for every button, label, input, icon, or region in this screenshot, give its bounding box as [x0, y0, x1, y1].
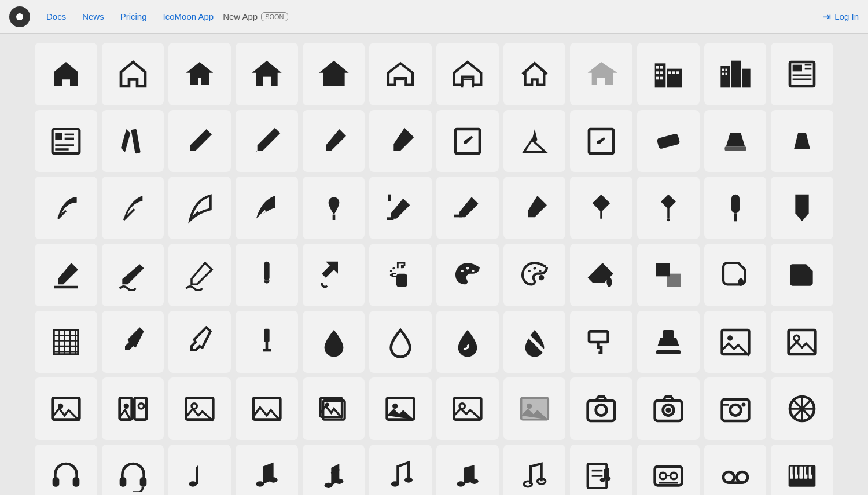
icon-pencil-1[interactable] — [168, 110, 231, 173]
icon-palette-2[interactable] — [503, 244, 566, 306]
icon-marker-1[interactable] — [704, 177, 767, 239]
icon-image-compare[interactable] — [102, 377, 164, 440]
icon-home-7[interactable] — [436, 43, 499, 105]
icon-music-note-5[interactable] — [436, 445, 499, 495]
icon-voicemail[interactable] — [704, 445, 767, 495]
icon-water-drop-1[interactable] — [303, 311, 365, 373]
icon-image-4[interactable] — [168, 377, 231, 440]
svg-point-72 — [727, 335, 733, 340]
icon-music-list[interactable] — [570, 445, 632, 495]
icon-image-stack[interactable] — [303, 377, 365, 440]
icon-pen-nib-2[interactable] — [570, 177, 632, 239]
icon-pen-remove[interactable] — [436, 177, 499, 239]
icon-pen-nib-3[interactable] — [637, 177, 700, 239]
svg-rect-108 — [119, 477, 126, 486]
icon-building-2[interactable] — [704, 43, 767, 105]
icon-edit-box[interactable] — [436, 110, 499, 173]
icon-feather-2[interactable] — [102, 177, 164, 239]
icon-music-note-3[interactable] — [303, 445, 365, 495]
svg-point-111 — [256, 481, 264, 486]
icon-brush-1[interactable] — [236, 244, 298, 306]
svg-rect-15 — [722, 69, 723, 71]
icon-water-drop-2[interactable] — [369, 311, 432, 373]
icon-pen-add[interactable] — [369, 177, 432, 239]
icon-image-5[interactable] — [236, 377, 298, 440]
icon-roller[interactable] — [570, 311, 632, 373]
icon-home-2[interactable] — [102, 43, 164, 105]
icon-home-5[interactable] — [303, 43, 365, 105]
icon-eraser-3[interactable] — [771, 110, 833, 173]
logo[interactable] — [9, 6, 30, 27]
icon-image-gray[interactable] — [503, 377, 566, 440]
nav-icomoon-app[interactable]: IcoMoon App — [156, 7, 221, 26]
icon-image-2[interactable] — [771, 311, 833, 373]
icon-pencil-ruler[interactable] — [102, 110, 164, 173]
icon-piano[interactable] — [771, 445, 833, 495]
icon-eraser-2[interactable] — [704, 110, 767, 173]
icon-pencil-4[interactable] — [369, 110, 432, 173]
icon-image-3[interactable] — [35, 377, 97, 440]
icon-pen-tool-1[interactable] — [303, 177, 365, 239]
icon-camera-2[interactable] — [637, 377, 700, 440]
svg-rect-26 — [55, 133, 62, 140]
icon-paint-bucket-2[interactable] — [570, 244, 632, 306]
icon-camera-1[interactable] — [570, 377, 632, 440]
icon-music-note-6[interactable] — [503, 445, 566, 495]
svg-rect-106 — [53, 477, 60, 486]
svg-point-54 — [539, 275, 544, 280]
icon-edit-2[interactable] — [570, 110, 632, 173]
icon-eraser-1[interactable] — [637, 110, 700, 173]
icon-texture[interactable] — [35, 311, 97, 373]
icon-cassette[interactable] — [637, 445, 700, 495]
icon-newspaper[interactable] — [771, 43, 833, 105]
icon-marker-2[interactable] — [771, 177, 833, 239]
icon-image-6[interactable] — [369, 377, 432, 440]
icon-pen-5[interactable] — [503, 177, 566, 239]
icon-eyedropper-1[interactable] — [102, 311, 164, 373]
icon-music-note-4[interactable] — [369, 445, 432, 495]
icon-home-4[interactable] — [236, 43, 298, 105]
icon-music-note-2[interactable] — [236, 445, 298, 495]
icon-home-6[interactable] — [369, 43, 432, 105]
svg-rect-42 — [264, 262, 269, 281]
icon-id-card[interactable] — [35, 110, 97, 173]
icon-eyedropper-2[interactable] — [168, 311, 231, 373]
icon-music-note-1[interactable] — [168, 445, 231, 495]
nav-docs[interactable]: Docs — [39, 7, 73, 26]
icon-home-8[interactable] — [503, 43, 566, 105]
icon-stamp[interactable] — [637, 311, 700, 373]
icon-pencil-3[interactable] — [303, 110, 365, 173]
icon-pencil-2[interactable] — [236, 110, 298, 173]
icon-pencil-underline[interactable] — [35, 244, 97, 306]
icon-home-9[interactable] — [570, 43, 632, 105]
icon-home-1[interactable] — [35, 43, 97, 105]
icon-water-drop-3[interactable] — [436, 311, 499, 373]
icon-home-3[interactable] — [168, 43, 231, 105]
icon-copy-style[interactable] — [637, 244, 700, 306]
icon-building-1[interactable] — [637, 43, 700, 105]
nav-pricing[interactable]: Pricing — [113, 7, 154, 26]
icon-headphones-1[interactable] — [35, 445, 97, 495]
nav-news[interactable]: News — [75, 7, 111, 26]
icon-feather-3[interactable] — [168, 177, 231, 239]
icon-brush-2[interactable] — [303, 244, 365, 306]
login-button[interactable]: ⇥ Log In — [822, 10, 859, 23]
icon-image-1[interactable] — [704, 311, 767, 373]
icon-feather-4[interactable] — [236, 177, 298, 239]
icon-no-drop[interactable] — [503, 311, 566, 373]
svg-point-44 — [402, 266, 405, 269]
icon-aperture[interactable] — [771, 377, 833, 440]
icon-pen-wave-2[interactable] — [168, 244, 231, 306]
icon-headset[interactable] — [102, 445, 164, 495]
svg-point-39 — [667, 219, 670, 222]
icon-pen-wave-1[interactable] — [102, 244, 164, 306]
icon-spray[interactable] — [369, 244, 432, 306]
icon-dropper-3[interactable] — [236, 311, 298, 373]
icon-paint-bucket-3[interactable] — [704, 244, 767, 306]
icon-camera-3[interactable] — [704, 377, 767, 440]
icon-feather-1[interactable] — [35, 177, 97, 239]
icon-paint-bucket-4[interactable] — [771, 244, 833, 306]
icon-pen-nib-1[interactable] — [503, 110, 566, 173]
icon-image-7[interactable] — [436, 377, 499, 440]
icon-palette-1[interactable] — [436, 244, 499, 306]
